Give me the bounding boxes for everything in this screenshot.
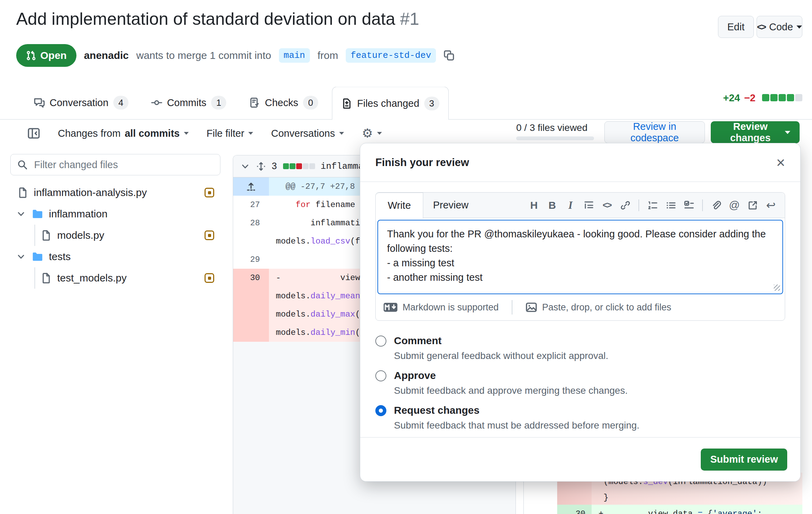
tab-count: 3 — [424, 96, 439, 110]
line-number — [233, 323, 269, 342]
tab-conversation[interactable]: Conversation 4 — [25, 86, 137, 119]
tab-commits[interactable]: Commits 1 — [142, 86, 235, 119]
bold-icon[interactable]: B — [543, 196, 561, 214]
link-icon[interactable] — [616, 196, 634, 214]
changes-from-dropdown[interactable]: Changes from all commits — [58, 128, 189, 139]
option-request-changes[interactable]: Request changes Submit feedback that mus… — [375, 404, 785, 431]
diff-row-spacer — [524, 505, 557, 514]
filter-changed-files-input[interactable] — [33, 159, 199, 171]
review-changes-button[interactable]: Review changes — [711, 121, 800, 143]
italic-icon[interactable]: I — [561, 196, 580, 214]
radio-comment[interactable] — [375, 336, 386, 347]
pr-diffstat: +24 −2 — [723, 92, 802, 104]
radio-request-changes[interactable] — [375, 405, 386, 416]
dialog-body: Write Preview H B I <> — [360, 182, 800, 431]
close-icon[interactable]: × — [776, 155, 785, 170]
markdown-note[interactable]: Markdown is supported — [403, 302, 499, 313]
modified-badge — [205, 273, 214, 283]
tab-write[interactable]: Write — [376, 193, 423, 218]
expand-hunk-button[interactable] — [233, 177, 269, 196]
chevron-down-icon — [797, 25, 802, 29]
pr-author[interactable]: anenadic — [84, 50, 129, 61]
sidebar-collapse-icon[interactable] — [28, 127, 40, 140]
line-number[interactable]: 30 — [557, 505, 592, 514]
tab-preview[interactable]: Preview — [423, 193, 478, 218]
review-comment-input[interactable]: Thank you for the PR @thomaskileyukaea -… — [377, 220, 783, 294]
diff-settings-dropdown[interactable]: ⚙ — [362, 127, 382, 140]
cross-reference-icon[interactable] — [743, 196, 762, 214]
collapse-file-chevron-icon[interactable] — [240, 161, 250, 172]
review-changes-label: Review changes — [720, 121, 781, 144]
tab-files-changed[interactable]: Files changed 3 — [332, 87, 449, 120]
code-icon[interactable]: <> — [598, 196, 616, 214]
quote-icon[interactable] — [580, 196, 598, 214]
review-in-codespace-button[interactable]: Review in codespace — [604, 121, 705, 143]
heading-icon[interactable]: H — [525, 196, 543, 214]
finish-review-dialog: Finish your review × Write Preview H B I — [360, 143, 801, 482]
dialog-header: Finish your review × — [360, 143, 800, 182]
chevron-down-icon — [377, 132, 382, 135]
edit-button-label: Edit — [727, 21, 745, 33]
ordered-list-icon[interactable] — [643, 196, 662, 214]
tab-preview-label: Preview — [433, 199, 468, 211]
tab-label: Files changed — [357, 98, 419, 109]
option-label[interactable]: Request changes — [394, 404, 639, 417]
option-approve[interactable]: Approve Submit feedback and approve merg… — [375, 369, 785, 397]
option-label[interactable]: Comment — [394, 335, 608, 347]
checklist-icon — [249, 97, 260, 108]
conversations-dropdown[interactable]: Conversations — [271, 128, 344, 139]
diffstat-block-add — [762, 94, 769, 101]
tree-item-test-models[interactable]: test_models.py — [10, 267, 220, 289]
tab-checks[interactable]: Checks 0 — [240, 86, 327, 119]
modified-badge — [205, 188, 214, 197]
tree-item-inflammation-analysis[interactable]: inflammation-analysis.py — [10, 182, 220, 203]
status-badge-label: Open — [40, 50, 67, 61]
code-button[interactable]: <> Code — [757, 16, 802, 38]
tree-folder-tests[interactable]: tests — [10, 246, 220, 267]
files-viewed-progress — [516, 136, 594, 140]
reply-icon[interactable]: ↩ — [762, 196, 780, 214]
code-button-label: Code — [769, 21, 793, 33]
modified-badge — [205, 230, 214, 240]
copy-icon[interactable] — [444, 50, 455, 61]
line-number[interactable]: 28 — [233, 214, 269, 232]
tab-count: 1 — [211, 96, 226, 110]
radio-approve[interactable] — [375, 370, 386, 381]
deletions-count: −2 — [744, 92, 756, 104]
resize-handle[interactable] — [774, 285, 780, 291]
diffstat-block-add — [283, 163, 289, 169]
head-branch-label[interactable]: feature-std-dev — [346, 48, 436, 63]
code-line: + view_data = {'average': — [592, 505, 802, 514]
line-number[interactable]: 30 — [233, 269, 269, 287]
file-filter-dropdown[interactable]: File filter — [207, 128, 253, 139]
diffstat-block-neutral — [309, 163, 315, 169]
status-badge: Open — [16, 44, 76, 67]
tree-item-models[interactable]: models.py — [10, 225, 220, 246]
line-number[interactable]: 29 — [233, 250, 269, 269]
option-comment[interactable]: Comment Submit general feedback without … — [375, 335, 785, 362]
mention-icon[interactable]: @ — [725, 196, 743, 214]
submit-review-button[interactable]: Submit review — [701, 449, 787, 471]
task-list-icon[interactable] — [680, 196, 698, 214]
drag-handle-icon[interactable] — [256, 161, 266, 172]
conversations-label: Conversations — [271, 128, 335, 139]
file-icon — [41, 273, 52, 284]
dialog-title: Finish your review — [375, 156, 469, 169]
edit-button[interactable]: Edit — [718, 16, 754, 38]
git-commit-icon — [151, 97, 162, 108]
diff-code-row: } — [524, 491, 802, 505]
attachment-icon[interactable] — [707, 196, 725, 214]
tree-indent-guide — [34, 225, 35, 246]
line-number — [557, 491, 592, 505]
option-label[interactable]: Approve — [394, 369, 628, 382]
pr-meta-from: from — [317, 50, 338, 61]
tree-item-label: models.py — [57, 229, 104, 241]
diffstat-block-add — [779, 94, 786, 101]
line-number[interactable]: 27 — [233, 196, 269, 214]
chevron-down-icon — [339, 132, 344, 135]
tree-folder-inflammation[interactable]: inflammation — [10, 203, 220, 225]
base-branch-label[interactable]: main — [279, 48, 310, 63]
paste-files-note[interactable]: Paste, drop, or click to add files — [542, 302, 671, 313]
unordered-list-icon[interactable] — [662, 196, 680, 214]
image-icon — [525, 301, 537, 313]
